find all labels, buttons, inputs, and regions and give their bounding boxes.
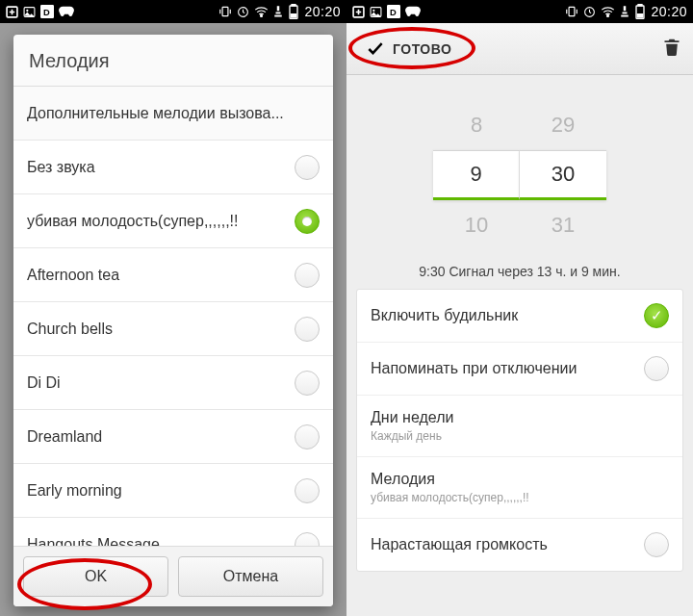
svg-rect-24 <box>622 14 629 16</box>
settings-row[interactable]: Нарастающая громкость <box>357 519 682 571</box>
status-time: 20:20 <box>304 4 341 19</box>
ringtone-label: Hangouts Message <box>27 536 160 547</box>
ringtone-label: Дополнительные мелодии вызова... <box>27 105 284 122</box>
wifi-icon <box>601 6 615 17</box>
svg-rect-8 <box>277 6 280 11</box>
ringtone-row[interactable]: Early morning <box>13 464 333 518</box>
gamepad-icon <box>59 6 74 17</box>
status-time: 20:20 <box>651 4 687 19</box>
image-icon <box>370 6 382 18</box>
topbar: ГОТОВО <box>346 23 693 75</box>
image-icon <box>23 6 36 18</box>
cancel-button[interactable]: Отмена <box>178 556 323 597</box>
ringtone-label: Без звука <box>27 159 95 176</box>
radio-icon[interactable] <box>295 424 320 449</box>
dailymotion-icon: D <box>40 5 54 18</box>
minute-next: 31 <box>520 200 606 250</box>
status-bar: D 20:20 <box>0 0 346 23</box>
svg-point-16 <box>372 9 374 11</box>
radio-icon[interactable] <box>295 263 320 288</box>
time-picker[interactable]: 8 9 10 29 30 31 <box>433 100 606 250</box>
done-button[interactable]: ГОТОВО <box>358 34 459 64</box>
radio-icon[interactable] <box>295 371 320 396</box>
hour-next: 10 <box>433 200 520 250</box>
gamepad-icon <box>405 6 421 17</box>
svg-point-7 <box>261 14 263 16</box>
ringtone-row[interactable]: Без звука <box>13 141 333 194</box>
settings-row[interactable]: Включить будильник✓ <box>357 290 682 343</box>
radio-icon[interactable] <box>295 478 320 503</box>
clock-icon <box>237 6 249 18</box>
ringtone-label: убивая молодость(супер,,,,,,!! <box>27 213 238 230</box>
settings-row[interactable]: Дни неделиКаждый день <box>357 396 682 457</box>
dialog-title: Мелодия <box>13 35 333 87</box>
minute-selected: 30 <box>520 150 606 200</box>
settings-sublabel: убивая молодость(супер,,,,,,!! <box>371 491 529 504</box>
battery-icon <box>634 4 646 19</box>
svg-rect-5 <box>223 7 229 15</box>
screen-left: D 20:20 Мелодия Дополнительные мелодии в… <box>0 0 346 616</box>
alarm-subtitle: 9:30 Сигнал через 13 ч. и 9 мин. <box>346 264 693 279</box>
ringtone-row[interactable]: Hangouts Message <box>13 518 333 546</box>
ringtone-row[interactable]: Dreamland <box>13 410 333 464</box>
settings-label: Мелодия <box>371 471 529 488</box>
hour-prev: 8 <box>433 100 520 150</box>
settings-label: Дни недели <box>371 409 453 426</box>
check-icon <box>366 39 385 59</box>
svg-text:D: D <box>390 8 397 17</box>
signal-icon <box>273 6 283 18</box>
radio-icon[interactable] <box>295 155 320 180</box>
svg-rect-22 <box>624 6 627 11</box>
svg-rect-12 <box>292 4 295 6</box>
svg-rect-27 <box>638 14 643 17</box>
ringtone-label: Di Di <box>27 374 61 392</box>
radio-icon[interactable] <box>295 209 320 234</box>
dailymotion-icon: D <box>387 5 400 18</box>
ok-button[interactable]: OK <box>23 556 168 597</box>
vibrate-icon <box>565 5 578 18</box>
ringtone-row[interactable]: Afternoon tea <box>13 248 333 302</box>
settings-card: Включить будильник✓Напоминать при отключ… <box>356 289 683 572</box>
minute-prev: 29 <box>520 100 606 150</box>
settings-sublabel: Каждый день <box>371 429 453 443</box>
svg-rect-23 <box>623 12 628 13</box>
ringtone-row[interactable]: убивая молодость(супер,,,,,,!! <box>13 194 333 248</box>
radio-icon[interactable] <box>295 532 320 547</box>
settings-label: Напоминать при отключении <box>371 360 577 377</box>
svg-rect-13 <box>292 14 296 17</box>
vibrate-icon <box>218 5 232 18</box>
svg-rect-10 <box>275 14 283 16</box>
ringtone-row[interactable]: Di Di <box>13 356 333 410</box>
delete-button[interactable] <box>662 37 681 62</box>
svg-rect-9 <box>276 12 281 13</box>
done-label: ГОТОВО <box>393 41 451 57</box>
ringtone-row[interactable]: Дополнительные мелодии вызова... <box>13 87 333 141</box>
svg-point-21 <box>607 14 609 16</box>
svg-rect-19 <box>570 7 576 15</box>
toggle-icon[interactable] <box>644 356 669 381</box>
ringtone-list[interactable]: Дополнительные мелодии вызова...Без звук… <box>13 87 333 546</box>
ringtone-row[interactable]: Church bells <box>13 302 333 356</box>
toggle-icon[interactable]: ✓ <box>644 303 669 328</box>
hour-selected: 9 <box>433 150 520 200</box>
radio-icon[interactable] <box>295 317 320 342</box>
plus-icon <box>352 6 365 18</box>
clock-icon <box>583 6 596 18</box>
svg-point-2 <box>26 9 28 11</box>
hour-column[interactable]: 8 9 10 <box>433 100 520 250</box>
settings-label: Нарастающая громкость <box>371 536 548 553</box>
ringtone-label: Church bells <box>27 321 113 338</box>
screen-right: D 20:20 ГОТОВО 8 9 10 <box>346 0 693 616</box>
settings-row[interactable]: Мелодияубивая молодость(супер,,,,,,!! <box>357 457 682 519</box>
status-bar: D 20:20 <box>346 0 693 23</box>
settings-label: Включить будильник <box>371 307 518 324</box>
ringtone-label: Afternoon tea <box>27 267 119 284</box>
wifi-icon <box>254 6 269 17</box>
toggle-icon[interactable] <box>644 532 669 557</box>
minute-column[interactable]: 29 30 31 <box>520 100 606 250</box>
settings-row[interactable]: Напоминать при отключении <box>357 343 682 396</box>
plus-icon <box>6 6 18 18</box>
ringtone-dialog: Мелодия Дополнительные мелодии вызова...… <box>13 35 333 606</box>
ringtone-label: Dreamland <box>27 428 102 446</box>
signal-icon <box>620 6 629 18</box>
